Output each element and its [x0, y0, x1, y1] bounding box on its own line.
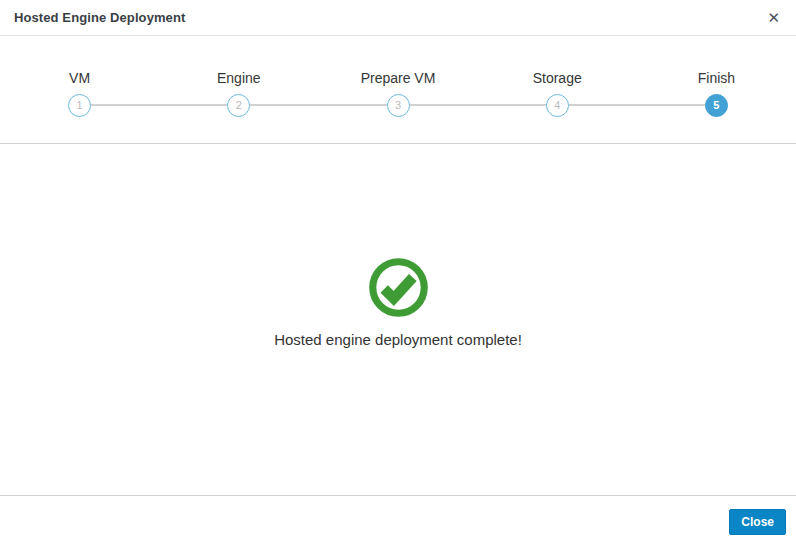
- steps-track: VM 1 Engine 2 Prepare VM 3 Storage 4 Fin…: [0, 36, 796, 143]
- close-button[interactable]: Close: [729, 509, 786, 535]
- wizard-step-finish[interactable]: Finish 5: [637, 36, 796, 143]
- check-circle-icon: [368, 257, 429, 318]
- step-label: Engine: [217, 69, 261, 87]
- step-label: Storage: [533, 69, 582, 87]
- hosted-engine-deployment-dialog: Hosted Engine Deployment ✕ VM 1 Engine 2…: [0, 0, 796, 547]
- close-icon[interactable]: ✕: [765, 6, 782, 29]
- wizard-step-vm[interactable]: VM 1: [0, 36, 159, 143]
- step-number-badge: 5: [705, 94, 728, 117]
- deployment-complete-message: Hosted engine deployment complete!: [274, 331, 522, 348]
- wizard-content: Hosted engine deployment complete!: [0, 144, 796, 495]
- wizard-step-engine[interactable]: Engine 2: [159, 36, 318, 143]
- modal-title: Hosted Engine Deployment: [14, 10, 185, 25]
- step-number-badge: 1: [68, 94, 91, 117]
- wizard-steps: VM 1 Engine 2 Prepare VM 3 Storage 4 Fin…: [0, 36, 796, 144]
- step-label: VM: [69, 69, 90, 87]
- step-label: Finish: [698, 69, 735, 87]
- modal-header: Hosted Engine Deployment ✕: [0, 0, 796, 36]
- wizard-step-prepare-vm[interactable]: Prepare VM 3: [318, 36, 477, 143]
- step-label: Prepare VM: [361, 69, 436, 87]
- modal-footer: Close: [0, 495, 796, 547]
- step-number-badge: 3: [387, 94, 410, 117]
- wizard-step-storage[interactable]: Storage 4: [478, 36, 637, 143]
- step-number-badge: 2: [227, 94, 250, 117]
- step-number-badge: 4: [546, 94, 569, 117]
